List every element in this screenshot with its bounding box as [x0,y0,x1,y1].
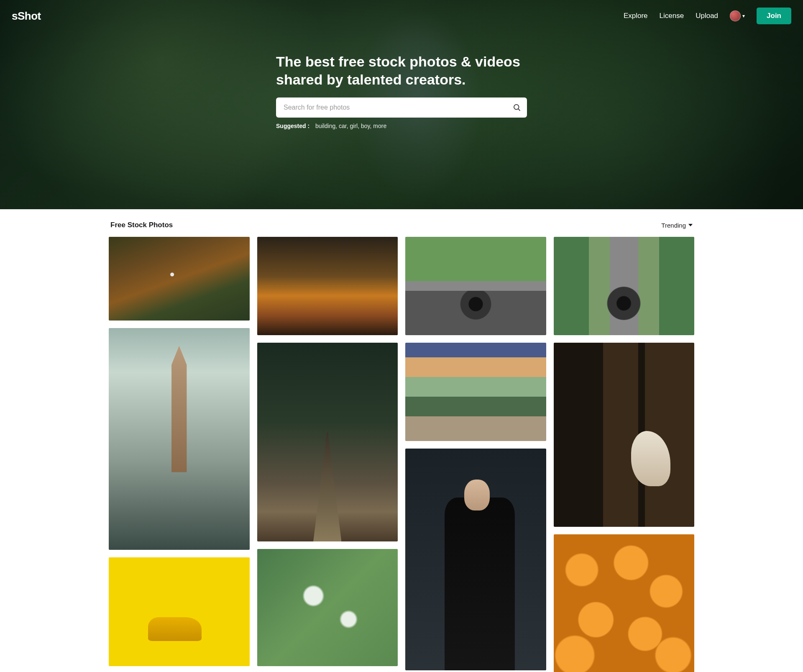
photo-card-green-foliage-aerial[interactable] [257,549,398,666]
photo-card-autumn-trees[interactable] [257,237,398,335]
site-logo[interactable]: sShot [12,10,41,23]
photo-card-yellow-toy-car[interactable] [109,557,250,666]
suggested-label: Suggested : [276,123,309,129]
nav-upload[interactable]: Upload [696,12,718,20]
photo-card-forest-path[interactable] [257,343,398,541]
photo-card-palm-sunset-road[interactable] [405,343,546,441]
chevron-down-icon: ▾ [742,13,745,19]
photo-card-motorcycle-forest-road[interactable] [405,237,546,335]
nav-explore[interactable]: Explore [624,12,648,20]
svg-line-1 [518,109,520,110]
search-icon[interactable] [513,103,521,112]
sort-label: Trending [661,222,686,229]
photo-card-deer-behind-tree[interactable] [554,343,695,527]
photo-column [109,237,250,672]
svg-point-0 [514,105,519,110]
sort-dropdown[interactable]: Trending [661,222,693,229]
main-content: Free Stock Photos Trending [92,209,711,672]
suggested-terms[interactable]: building, car, girl, boy, more [315,123,386,129]
photo-column [554,237,695,672]
top-navbar: sShot Explore License Upload ▾ Join [0,0,803,32]
photo-column [257,237,398,672]
hero-title: The best free stock photos & videos shar… [276,53,527,88]
search-bar[interactable] [276,97,527,118]
photo-card-oranges-pile[interactable] [554,534,695,672]
search-input[interactable] [284,104,513,111]
photo-column [405,237,546,672]
hero-content: The best free stock photos & videos shar… [268,53,535,129]
photo-grid [109,237,694,672]
user-menu[interactable]: ▾ [730,10,745,21]
photo-card-autumn-forest-aerial[interactable] [109,237,250,321]
nav-license[interactable]: License [660,12,684,20]
avatar-icon [730,10,741,21]
photo-card-man-in-suit[interactable] [405,449,546,670]
join-button[interactable]: Join [757,8,791,24]
photo-card-motorcycle-highway[interactable] [554,237,695,335]
photo-card-historic-tower-street[interactable] [109,328,250,550]
nav-links: Explore License Upload ▾ Join [624,8,791,24]
caret-down-icon [688,223,693,227]
suggested-row: Suggested : building, car, girl, boy, mo… [276,123,527,129]
hero-banner: sShot Explore License Upload ▾ Join The … [0,0,803,209]
section-title: Free Stock Photos [110,221,173,229]
section-header: Free Stock Photos Trending [109,221,694,229]
